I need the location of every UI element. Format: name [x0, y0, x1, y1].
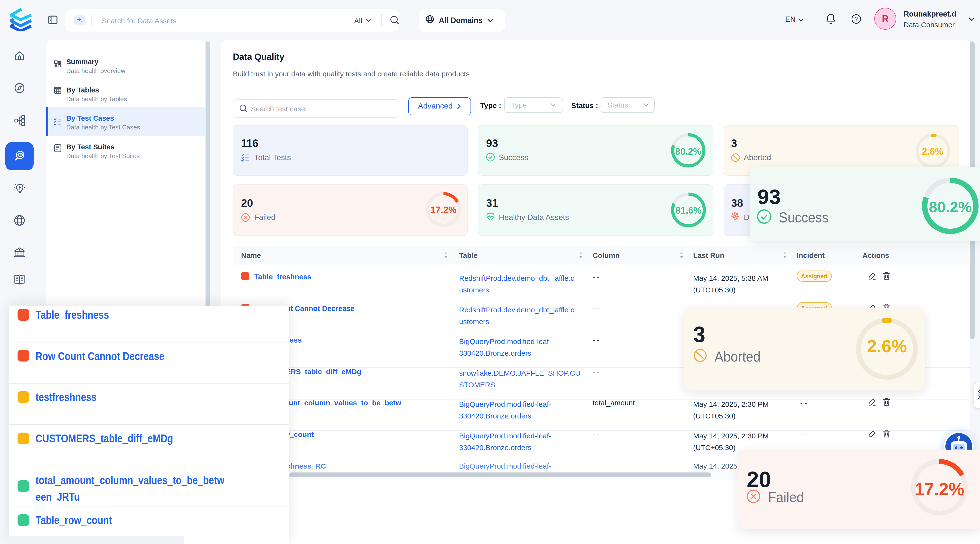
svg-text:?: ? [855, 16, 858, 22]
